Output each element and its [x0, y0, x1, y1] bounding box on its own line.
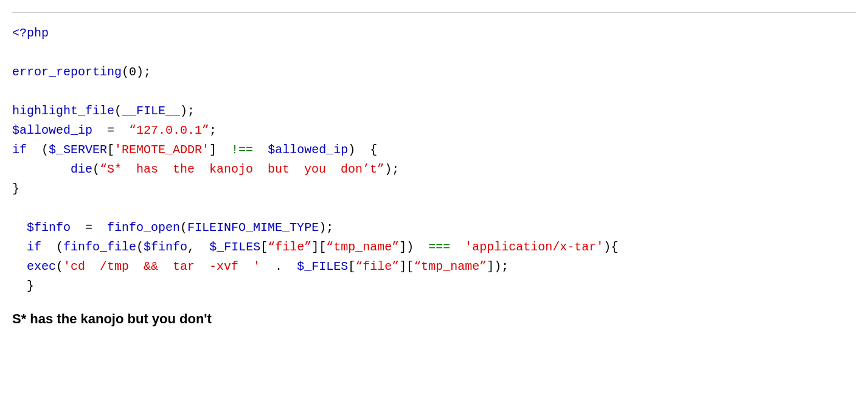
line-close-brace-2: }	[12, 277, 856, 296]
line-highlight-file: highlight_file(__FILE__);	[12, 101, 856, 121]
line-blank-3	[12, 199, 856, 218]
var-allowed-ip: $allowed_ip	[12, 123, 92, 137]
line-exec: exec('cd /tmp && tar -xvf ' . $_FILES[“f…	[12, 257, 856, 277]
op-strict-equal: ===	[428, 240, 450, 254]
function-highlight-file: highlight_file	[12, 104, 114, 118]
line-if-finfo: if (finfo_file($finfo, $_FILES[“file”][“…	[12, 238, 856, 257]
var-allowed-ip-2: $allowed_ip	[268, 143, 348, 157]
php-tag: <?php	[12, 26, 49, 40]
var-finfo: $finfo	[27, 221, 71, 235]
var-files: $_FILES	[209, 240, 260, 254]
page-separator	[12, 12, 856, 13]
string-tmp-name-2: “tmp_name”	[414, 259, 487, 273]
constant-file: __FILE__	[122, 104, 180, 118]
function-finfo-open: finfo_open	[107, 221, 180, 235]
string-ip: “127.0.0.1”	[129, 123, 209, 137]
string-mime-type: 'application/x-tar'	[465, 240, 603, 254]
line-finfo: $finfo = finfo_open(FILEINFO_MIME_TYPE);	[12, 218, 856, 238]
string-file-key: “file”	[268, 240, 311, 254]
string-tmp-name: “tmp_name”	[326, 240, 399, 254]
function-finfo-file: finfo_file	[63, 240, 136, 254]
keyword-if-2: if	[27, 240, 41, 254]
line-close-brace-1: }	[12, 179, 856, 199]
var-files-2: $_FILES	[297, 259, 348, 273]
string-remote-addr: 'REMOTE_ADDR'	[114, 143, 209, 157]
string-exec-cmd: 'cd /tmp && tar -xvf '	[63, 259, 260, 273]
line-php-open: <?php	[12, 24, 856, 43]
output-text: S* has the kanojo but you don't	[12, 308, 856, 329]
line-error-reporting: error_reporting(0);	[12, 63, 856, 82]
line-blank-2	[12, 82, 856, 101]
op-not-equal: !==	[231, 143, 253, 157]
function-exec: exec	[27, 259, 56, 273]
code-block: <?php error_reporting(0); highlight_file…	[12, 18, 856, 302]
line-allowed-ip: $allowed_ip = “127.0.0.1”;	[12, 121, 856, 140]
keyword-if: if	[12, 143, 27, 157]
constant-fileinfo-mime: FILEINFO_MIME_TYPE	[187, 221, 319, 235]
function-error-reporting: error_reporting	[12, 65, 122, 79]
line-blank-1	[12, 43, 856, 63]
line-die: die(“S* has the kanojo but you don’t”);	[12, 160, 856, 179]
string-file-key-2: “file”	[355, 259, 399, 273]
var-server: $_SERVER	[49, 143, 107, 157]
line-if-server: if ($_SERVER['REMOTE_ADDR'] !== $allowed…	[12, 140, 856, 160]
string-die-msg: “S* has the kanojo but you don’t”	[100, 162, 384, 176]
var-finfo-2: $finfo	[144, 240, 187, 254]
function-die: die	[71, 162, 92, 176]
